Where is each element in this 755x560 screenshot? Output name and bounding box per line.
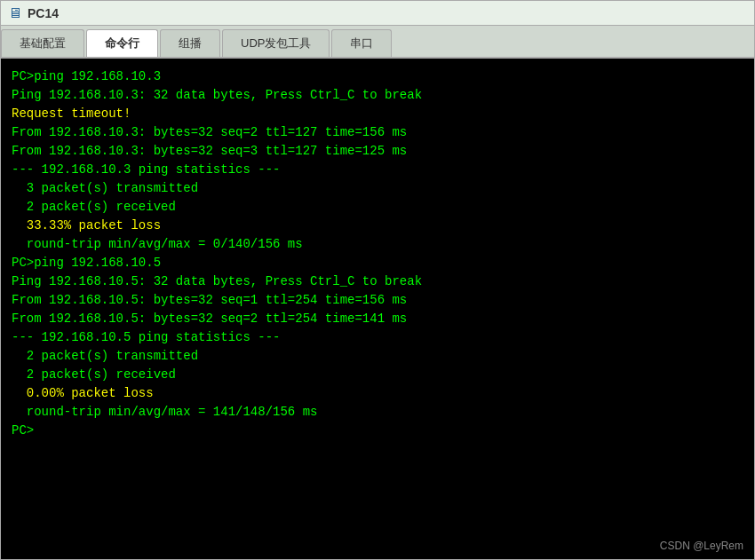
terminal-line: From 192.168.10.5: bytes=32 seq=2 ttl=25… <box>12 310 743 328</box>
tab-bar: 基础配置命令行组播UDP发包工具串口 <box>1 26 754 59</box>
terminal-line: 0.00% packet loss <box>12 384 743 403</box>
terminal-line: 33.33% packet loss <box>12 217 743 235</box>
terminal-line: round-trip min/avg/max = 141/148/156 ms <box>12 403 743 422</box>
terminal-line: --- 192.168.10.5 ping statistics --- <box>12 328 743 347</box>
terminal-line: --- 192.168.10.3 ping statistics --- <box>12 161 743 179</box>
terminal-line: PC> <box>12 422 743 440</box>
tab-multicast[interactable]: 组播 <box>160 29 220 57</box>
terminal-line: From 192.168.10.5: bytes=32 seq=1 ttl=25… <box>12 291 743 310</box>
title-bar: 🖥 PC14 <box>1 1 754 26</box>
terminal-output[interactable]: PC>ping 192.168.10.3Ping 192.168.10.3: 3… <box>1 59 754 559</box>
terminal-line: From 192.168.10.3: bytes=32 seq=3 ttl=12… <box>12 142 743 161</box>
terminal-line: Ping 192.168.10.3: 32 data bytes, Press … <box>12 86 743 105</box>
terminal-line: 2 packet(s) received <box>12 198 743 217</box>
terminal-line: PC>ping 192.168.10.3 <box>12 67 743 86</box>
terminal-line: 3 packet(s) transmitted <box>12 179 743 198</box>
terminal-line: 2 packet(s) received <box>12 366 743 384</box>
terminal-line: Ping 192.168.10.5: 32 data bytes, Press … <box>12 272 743 291</box>
terminal-line: From 192.168.10.3: bytes=32 seq=2 ttl=12… <box>12 123 743 142</box>
terminal-line: round-trip min/avg/max = 0/140/156 ms <box>12 235 743 254</box>
main-window: 🖥 PC14 基础配置命令行组播UDP发包工具串口 PC>ping 192.16… <box>0 0 755 560</box>
terminal-line: Request timeout! <box>12 105 743 123</box>
terminal-line: 2 packet(s) transmitted <box>12 347 743 366</box>
tab-basic[interactable]: 基础配置 <box>1 29 84 57</box>
tab-serial[interactable]: 串口 <box>331 29 392 57</box>
terminal-line: PC>ping 192.168.10.5 <box>12 254 743 272</box>
tab-cmdline[interactable]: 命令行 <box>86 29 158 57</box>
tab-udp[interactable]: UDP发包工具 <box>222 29 330 57</box>
window-title: PC14 <box>28 6 59 20</box>
window-icon: 🖥 <box>8 5 22 21</box>
